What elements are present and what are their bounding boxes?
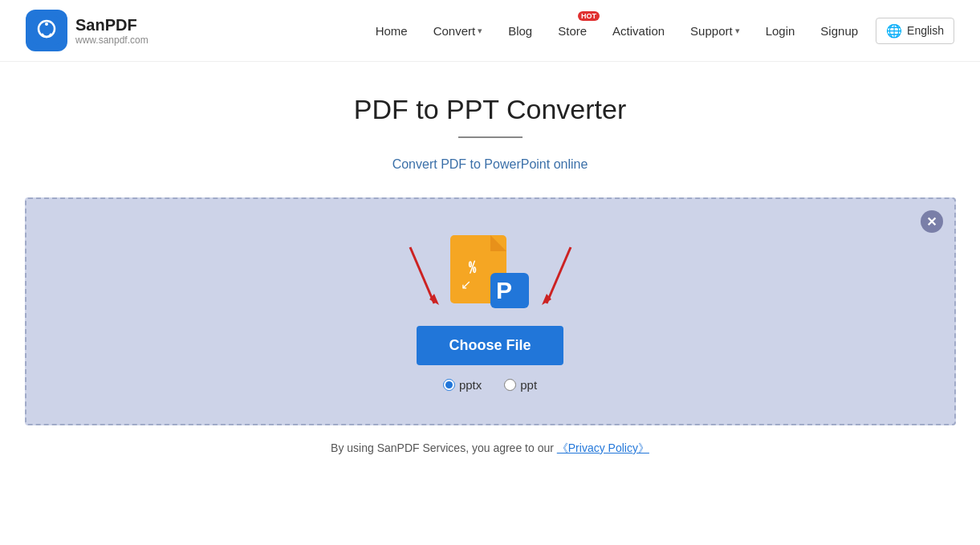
format-pptx-option[interactable]: pptx — [443, 378, 482, 392]
format-pptx-radio[interactable] — [443, 379, 455, 391]
close-button[interactable]: ✕ — [921, 210, 943, 233]
nav-activation[interactable]: Activation — [601, 18, 676, 44]
nav-home[interactable]: Home — [364, 18, 419, 44]
support-chevron-icon: ▾ — [735, 26, 740, 36]
logo-url: www.sanpdf.com — [75, 35, 148, 46]
format-ppt-option[interactable]: ppt — [504, 378, 537, 392]
nav-store-wrapper[interactable]: Store HOT — [547, 18, 598, 44]
nav-signup[interactable]: Signup — [809, 18, 869, 44]
logo-name: SanPDF — [75, 16, 148, 35]
svg-text:↙: ↙ — [461, 278, 471, 291]
header: SanPDF www.sanpdf.com Home Convert ▾ Blo… — [0, 0, 980, 62]
privacy-policy-link[interactable]: 《Privacy Policy》 — [557, 441, 649, 454]
format-ppt-label: ppt — [520, 378, 537, 392]
nav-store[interactable]: Store — [547, 18, 598, 44]
nav-blog[interactable]: Blog — [497, 18, 543, 44]
page-title: PDF to PPT Converter — [16, 94, 964, 125]
svg-point-2 — [45, 22, 48, 26]
language-label: English — [907, 24, 944, 37]
logo-area: SanPDF www.sanpdf.com — [26, 10, 148, 51]
language-selector[interactable]: 🌐 English — [876, 18, 954, 44]
svg-text:﹪: ﹪ — [464, 257, 482, 277]
nav-support[interactable]: Support ▾ — [679, 18, 751, 44]
title-divider — [458, 136, 523, 138]
svg-text:P: P — [496, 277, 512, 303]
main-content: PDF to PPT Converter Convert PDF to Powe… — [0, 62, 980, 472]
footer-note: By using SanPDF Services, you agree to o… — [16, 441, 964, 456]
svg-line-3 — [410, 247, 434, 303]
svg-line-11 — [547, 247, 571, 303]
globe-icon: 🌐 — [886, 23, 902, 39]
choose-file-button[interactable]: Choose File — [417, 326, 563, 365]
format-options: pptx ppt — [59, 378, 922, 392]
logo-icon — [26, 10, 67, 51]
page-subtitle: Convert PDF to PowerPoint online — [16, 157, 964, 172]
format-ppt-radio[interactable] — [504, 379, 516, 391]
nav-convert[interactable]: Convert ▾ — [422, 18, 494, 44]
right-arrow-icon — [514, 239, 587, 311]
upload-area: ✕ ﹪ ↙ P — [25, 197, 956, 425]
convert-chevron-icon: ▾ — [478, 26, 482, 36]
main-nav: Home Convert ▾ Blog Store HOT Activation… — [364, 18, 869, 44]
logo-text: SanPDF www.sanpdf.com — [75, 16, 148, 46]
format-pptx-label: pptx — [459, 378, 482, 392]
hot-badge: HOT — [578, 11, 600, 21]
nav-login[interactable]: Login — [754, 18, 807, 44]
